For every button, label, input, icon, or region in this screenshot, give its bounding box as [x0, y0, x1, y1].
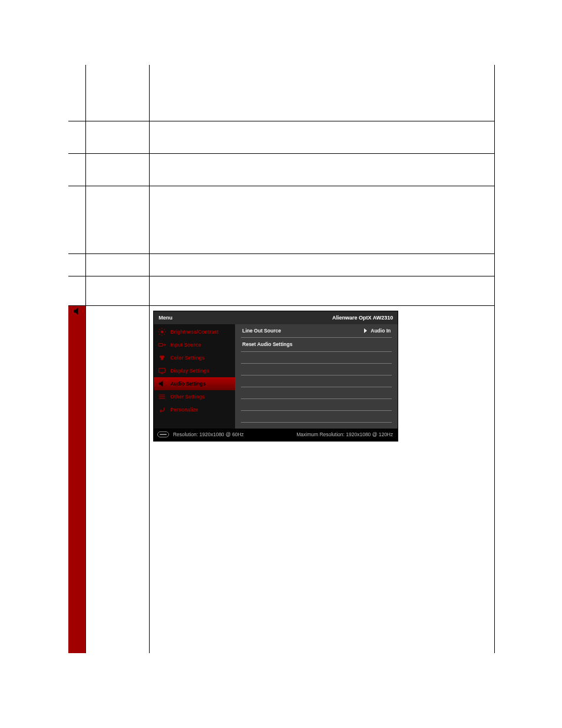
svg-rect-9 — [158, 344, 163, 347]
resolution-icon — [157, 431, 169, 437]
svg-point-12 — [161, 358, 164, 361]
osd-option-empty — [241, 387, 392, 399]
svg-line-7 — [160, 334, 160, 335]
back-arrow-icon — [157, 406, 167, 414]
osd-footer: Resolution: 1920x1080 @ 60Hz Maximum Res… — [154, 429, 398, 442]
sidebar-item-input-source[interactable]: Input Source — [154, 338, 235, 351]
sidebar-item-label: Brightness/Contrast — [170, 329, 219, 335]
osd-option-empty — [241, 411, 392, 423]
cell-label — [86, 186, 150, 253]
osd-sidebar: Brightness/Contrast Input Source Color S… — [154, 324, 235, 428]
brightness-icon — [157, 328, 167, 336]
row-category-icon-cell — [68, 305, 86, 653]
osd-option-line-out-source[interactable]: Line Out Source Audio In — [241, 324, 392, 338]
input-icon — [157, 341, 167, 349]
cell-label — [86, 121, 150, 153]
caret-right-icon — [364, 328, 367, 333]
cell-icon — [68, 121, 86, 153]
osd-option-empty — [241, 352, 392, 364]
svg-line-8 — [164, 330, 165, 330]
sidebar-item-color[interactable]: Color Settings — [154, 351, 235, 364]
sidebar-item-audio[interactable]: Audio Settings — [154, 377, 235, 390]
cell-label — [86, 153, 150, 186]
sidebar-item-other[interactable]: Other Settings — [154, 390, 235, 403]
sliders-icon — [157, 393, 167, 401]
cell-content — [150, 65, 495, 121]
cell-label — [86, 305, 150, 653]
cell-content — [150, 276, 495, 305]
cell-icon — [68, 153, 86, 186]
svg-rect-13 — [159, 368, 166, 373]
cell-icon — [68, 65, 86, 121]
cell-label — [86, 276, 150, 305]
osd-option-empty — [241, 399, 392, 411]
osd-option-label: Reset Audio Settings — [242, 341, 292, 347]
osd-model: Alienware OptX AW2310 — [332, 315, 393, 321]
speaker-icon — [157, 380, 167, 388]
doc-settings-table: Menu Alienware OptX AW2310 Brightness/Co… — [68, 65, 495, 653]
cell-icon — [68, 186, 86, 253]
svg-point-0 — [161, 331, 164, 334]
osd-current-resolution: Resolution: 1920x1080 @ 60Hz — [157, 431, 244, 438]
cell-content — [150, 121, 495, 153]
cell-label — [86, 65, 150, 121]
sidebar-item-personalize[interactable]: Personalize — [154, 403, 235, 416]
speaker-icon — [72, 311, 82, 318]
sidebar-item-display[interactable]: Display Settings — [154, 364, 235, 377]
cell-content — [150, 153, 495, 186]
osd-header: Menu Alienware OptX AW2310 — [154, 311, 398, 325]
osd-option-value: Audio In — [371, 328, 391, 334]
sidebar-item-brightness[interactable]: Brightness/Contrast — [154, 325, 235, 338]
cell-icon — [68, 253, 86, 276]
cell-osd-container: Menu Alienware OptX AW2310 Brightness/Co… — [150, 305, 495, 653]
osd-max-resolution: Maximum Resolution: 1920x1080 @ 120Hz — [296, 431, 393, 437]
svg-line-5 — [160, 330, 160, 330]
sidebar-item-label: Personalize — [170, 407, 198, 413]
sidebar-item-label: Color Settings — [170, 355, 204, 361]
sidebar-item-label: Audio Settings — [170, 381, 206, 387]
display-icon — [157, 367, 167, 375]
sidebar-item-label: Other Settings — [170, 394, 205, 400]
cell-label — [86, 253, 150, 276]
osd-option-empty — [241, 364, 392, 375]
osd-menu-label: Menu — [158, 315, 173, 321]
osd-panel: Menu Alienware OptX AW2310 Brightness/Co… — [153, 311, 398, 442]
osd-option-label: Line Out Source — [242, 328, 281, 334]
cell-icon — [68, 276, 86, 305]
cell-content — [150, 186, 495, 253]
osd-option-empty — [241, 375, 392, 387]
osd-options-panel: Line Out Source Audio In Reset Audio Set… — [235, 324, 398, 428]
sidebar-item-label: Display Settings — [170, 368, 209, 374]
color-icon — [157, 354, 167, 362]
osd-body: Brightness/Contrast Input Source Color S… — [154, 324, 398, 428]
osd-option-reset-audio[interactable]: Reset Audio Settings — [241, 338, 392, 351]
sidebar-item-label: Input Source — [170, 342, 201, 348]
cell-content — [150, 253, 495, 276]
svg-line-6 — [164, 334, 165, 335]
